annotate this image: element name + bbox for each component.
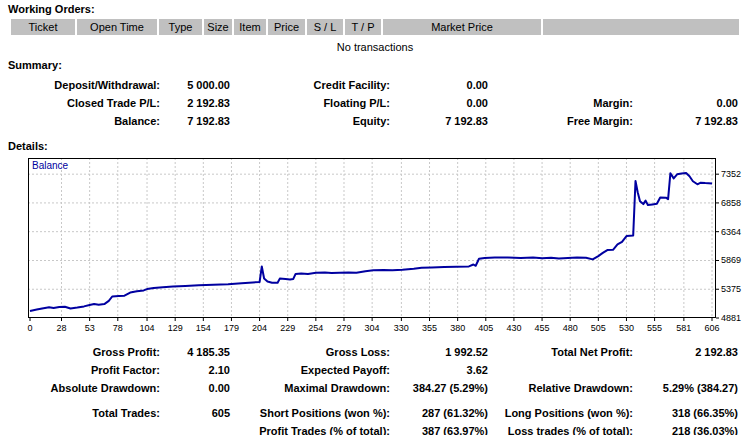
summary-title: Summary: [0,58,749,73]
x-tick-label: 581 [676,323,691,333]
x-tick-label: 154 [196,323,211,333]
stat-label: Short Positions (won %): [230,404,390,422]
x-tick-label: 129 [168,323,183,333]
stat-value: 3.62 [390,361,488,379]
stat-value: 287 (61.32%) [390,404,488,422]
stat-row: Total Trades:605Short Positions (won %):… [0,404,749,422]
x-tick-label: 430 [506,323,521,333]
stat-label: Expected Payoff: [230,361,390,379]
summary-value: 5 000.00 [160,76,230,94]
summary-label: Credit Facility: [230,76,390,94]
stat-label: Total Net Profit: [488,343,633,361]
summary-row: Balance:7 192.83Equity:7 192.83Free Marg… [0,112,749,130]
stat-label: Gross Profit: [0,343,160,361]
summary-value [633,76,738,94]
y-tick-label: 5375 [721,284,741,294]
wo-col-item: Item [234,19,266,35]
stat-value: 318 (66.35%) [633,404,738,422]
x-tick-label: 204 [252,323,267,333]
stat-label: Maximal Drawdown: [230,379,390,397]
stat-label: Profit Trades (% of total): [230,422,390,435]
stat-value: 0.00 [160,379,230,397]
stat-label: Loss trades (% of total): [488,422,633,435]
details-title: Details: [0,139,749,154]
wo-col-blank [543,19,739,35]
working-orders-table: TicketOpen TimeTypeSizeItemPriceS / LT /… [11,19,749,54]
stat-label: Long Positions (won %): [488,404,633,422]
stat-label [0,422,160,435]
summary-label [488,76,633,94]
x-tick-label: 330 [394,323,409,333]
y-tick-label: 7352 [721,169,741,179]
x-tick-label: 53 [85,323,95,333]
summary-label: Equity: [230,112,390,130]
summary-label: Closed Trade P/L: [0,94,160,112]
x-tick-label: 229 [280,323,295,333]
trade-report: Working Orders: TicketOpen TimeTypeSizeI… [0,0,749,435]
summary-label: Margin: [488,94,633,112]
summary-value: 7 192.83 [633,112,738,130]
summary-value: 0.00 [390,76,488,94]
summary-row: Closed Trade P/L:2 192.83Floating P/L:0.… [0,94,749,112]
wo-col-market-price: Market Price [383,19,541,35]
y-tick-label: 6858 [721,198,741,208]
stat-row: Profit Trades (% of total):387 (63.97%)L… [0,422,749,435]
summary-value: 0.00 [390,94,488,112]
stat-value: 1 992.52 [390,343,488,361]
stat-value: 5.29% (384.27) [633,379,738,397]
stat-value: 2 192.83 [633,343,738,361]
stat-row: Absolute Drawdown:0.00Maximal Drawdown:3… [0,379,749,397]
stats-grid-trades: Total Trades:605Short Positions (won %):… [0,404,749,435]
stat-label: Absolute Drawdown: [0,379,160,397]
summary-grid: Deposit/Withdrawal:5 000.00Credit Facili… [0,76,749,130]
wo-col-s-l: S / L [307,19,343,35]
stat-label [488,361,633,379]
stats-grid-profit-loss: Gross Profit:4 185.35Gross Loss:1 992.52… [0,343,749,397]
y-tick-label: 6364 [721,227,741,237]
x-tick-label: 405 [478,323,493,333]
stat-value [160,422,230,435]
x-tick-label: 555 [647,323,662,333]
stat-label: Total Trades: [0,404,160,422]
y-tick-label: 4881 [721,313,741,323]
y-tick-label: 5869 [721,255,741,265]
stat-value: 384.27 (5.29%) [390,379,488,397]
x-tick-label: 104 [140,323,155,333]
x-tick-label: 254 [308,323,323,333]
stat-value [633,361,738,379]
summary-row: Deposit/Withdrawal:5 000.00Credit Facili… [0,76,749,94]
x-tick-label: 606 [704,323,719,333]
wo-col-t-p: T / P [345,19,381,35]
stat-value: 4 185.35 [160,343,230,361]
x-tick-label: 179 [224,323,239,333]
wo-col-ticket: Ticket [11,19,75,35]
stat-value: 605 [160,404,230,422]
working-orders-header-row: TicketOpen TimeTypeSizeItemPriceS / LT /… [11,19,749,35]
stat-row: Gross Profit:4 185.35Gross Loss:1 992.52… [0,343,749,361]
x-tick-label: 304 [365,323,380,333]
working-orders-title: Working Orders: [0,2,749,17]
summary-value: 7 192.83 [160,112,230,130]
summary-label: Deposit/Withdrawal: [0,76,160,94]
x-tick-label: 505 [591,323,606,333]
no-transactions-text: No transactions [11,40,739,54]
summary-label: Free Margin: [488,112,633,130]
stat-value: 387 (63.97%) [390,422,488,435]
summary-label: Floating P/L: [230,94,390,112]
stat-label: Relative Drawdown: [488,379,633,397]
stat-label: Gross Loss: [230,343,390,361]
balance-legend: Balance [32,160,69,171]
x-tick-label: 279 [336,323,351,333]
stat-row: Profit Factor:2.10Expected Payoff:3.62 [0,361,749,379]
wo-col-price: Price [268,19,305,35]
stat-value: 218 (36.03%) [633,422,738,435]
x-tick-label: 455 [535,323,550,333]
stat-label: Profit Factor: [0,361,160,379]
summary-value: 2 192.83 [160,94,230,112]
balance-chart: 4881537558696364685873520285378104129154… [0,158,749,338]
wo-col-open-time: Open Time [77,19,157,35]
summary-label: Balance: [0,112,160,130]
wo-col-size: Size [204,19,232,35]
stat-value: 2.10 [160,361,230,379]
x-tick-label: 380 [450,323,465,333]
